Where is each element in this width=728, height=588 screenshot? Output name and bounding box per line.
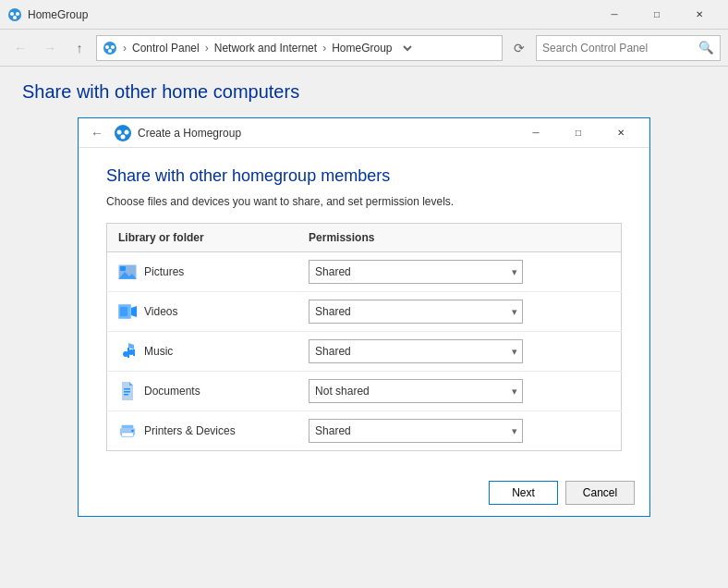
forward-button[interactable]: →	[37, 35, 63, 61]
window-controls: ─ □ ✕	[593, 0, 721, 30]
folder-cell-documents: Documents	[107, 372, 298, 411]
dialog-window-controls: ─ □ ✕	[515, 118, 642, 148]
address-bar: › Control Panel › Network and Internet ›…	[96, 35, 503, 61]
select-wrapper-pictures: SharedRead/WriteNot shared	[309, 260, 523, 284]
search-button[interactable]: 🔍	[698, 41, 714, 55]
page-title: Share with other home computers	[22, 81, 706, 103]
dialog-footer: Next Cancel	[79, 470, 649, 516]
dialog-back-button[interactable]: ←	[86, 122, 108, 144]
svg-point-2	[16, 12, 19, 16]
table-row: PicturesSharedRead/WriteNot shared	[107, 252, 622, 292]
svg-rect-26	[122, 425, 134, 429]
svg-rect-22	[124, 388, 130, 390]
svg-rect-23	[124, 391, 130, 393]
cancel-button[interactable]: Cancel	[565, 481, 635, 505]
svg-marker-18	[131, 306, 137, 317]
svg-point-3	[13, 16, 17, 19]
svg-point-6	[111, 45, 115, 49]
minimize-button[interactable]: ─	[593, 0, 636, 30]
table-row: MusicSharedRead/WriteNot shared	[107, 332, 622, 372]
dialog-description: Choose files and devices you want to sha…	[106, 195, 622, 208]
svg-rect-14	[120, 266, 126, 271]
permission-select-music[interactable]: SharedRead/WriteNot shared	[309, 339, 523, 363]
pictures-icon	[118, 264, 137, 279]
svg-point-10	[125, 129, 129, 134]
window-title: HomeGroup	[28, 8, 593, 21]
folder-name: Printers & Devices	[144, 424, 236, 437]
folder-cell-videos: Videos	[107, 292, 298, 332]
select-wrapper-videos: SharedRead/WriteNot shared	[309, 300, 523, 324]
dialog-icon	[114, 124, 132, 142]
address-dropdown[interactable]: ▾	[396, 35, 415, 61]
svg-rect-19	[120, 307, 127, 316]
select-wrapper-documents: SharedRead/WriteNot shared	[309, 379, 523, 403]
breadcrumb-control-panel[interactable]: Control Panel	[132, 42, 200, 55]
permission-cell-pictures: SharedRead/WriteNot shared	[297, 252, 621, 292]
maximize-button[interactable]: □	[636, 0, 678, 30]
folder-cell-printers-&-devices: Printers & Devices	[107, 411, 298, 451]
music-icon	[118, 344, 137, 359]
permission-select-printers-&-devices[interactable]: SharedRead/WriteNot shared	[309, 419, 523, 443]
up-button[interactable]: ↑	[67, 35, 92, 61]
sharing-table: Library or folder Permissions PicturesSh…	[106, 223, 622, 451]
permission-cell-music: SharedRead/WriteNot shared	[297, 332, 621, 372]
videos-icon	[118, 304, 137, 319]
homegroup-nav-icon	[103, 41, 117, 55]
folder-name: Videos	[144, 305, 177, 318]
table-row: DocumentsSharedRead/WriteNot shared	[107, 372, 622, 411]
permission-cell-printers-&-devices: SharedRead/WriteNot shared	[297, 411, 621, 451]
permission-select-videos[interactable]: SharedRead/WriteNot shared	[309, 300, 523, 324]
svg-rect-24	[124, 394, 128, 396]
next-button[interactable]: Next	[489, 481, 558, 505]
app-icon	[7, 7, 22, 22]
dialog-heading: Share with other homegroup members	[106, 166, 622, 186]
title-bar: HomeGroup ─ □ ✕	[0, 0, 728, 30]
folder-name: Documents	[144, 385, 200, 398]
dialog-minimize-button[interactable]: ─	[515, 118, 557, 148]
documents-icon	[118, 384, 137, 398]
dialog-body: Share with other homegroup members Choos…	[79, 148, 649, 470]
search-box: 🔍	[536, 35, 721, 61]
dialog: ← Create a Homegroup ─ □ ✕ Share with ot…	[78, 117, 650, 517]
permission-cell-documents: SharedRead/WriteNot shared	[297, 372, 621, 411]
svg-point-9	[117, 129, 122, 134]
select-wrapper-printers-&-devices: SharedRead/WriteNot shared	[309, 419, 523, 443]
select-wrapper-music: SharedRead/WriteNot shared	[309, 339, 523, 363]
breadcrumb-homegroup[interactable]: HomeGroup	[332, 42, 392, 55]
svg-point-5	[105, 45, 109, 49]
folder-name: Music	[144, 345, 173, 358]
printers & devices-icon	[118, 423, 137, 438]
permission-select-pictures[interactable]: SharedRead/WriteNot shared	[309, 260, 523, 284]
back-button[interactable]: ←	[7, 35, 33, 61]
permission-select-documents[interactable]: SharedRead/WriteNot shared	[309, 379, 523, 403]
dialog-close-button[interactable]: ✕	[600, 118, 642, 148]
svg-point-11	[121, 134, 126, 139]
folder-cell-pictures: Pictures	[107, 252, 298, 292]
col-folder: Library or folder	[107, 224, 298, 252]
svg-point-1	[10, 12, 14, 16]
permission-cell-videos: SharedRead/WriteNot shared	[297, 292, 621, 332]
navigation-bar: ← → ↑ › Control Panel › Network and Inte…	[0, 30, 728, 67]
col-permissions: Permissions	[297, 224, 621, 252]
table-row: Printers & DevicesSharedRead/WriteNot sh…	[107, 411, 622, 451]
dialog-title-bar: ← Create a Homegroup ─ □ ✕	[79, 118, 649, 148]
breadcrumb-network[interactable]: Network and Internet	[214, 42, 317, 55]
dialog-maximize-button[interactable]: □	[557, 118, 600, 148]
main-content: Share with other home computers ← Create…	[0, 67, 728, 532]
search-input[interactable]	[542, 42, 695, 55]
svg-point-28	[131, 430, 134, 433]
table-row: VideosSharedRead/WriteNot shared	[107, 292, 622, 332]
folder-cell-music: Music	[107, 332, 298, 372]
folder-name: Pictures	[144, 265, 184, 278]
svg-point-7	[108, 49, 112, 53]
svg-rect-27	[122, 433, 134, 437]
dialog-title: Create a Homegroup	[138, 127, 515, 140]
refresh-button[interactable]: ⟳	[506, 35, 532, 61]
close-button[interactable]: ✕	[678, 0, 721, 30]
